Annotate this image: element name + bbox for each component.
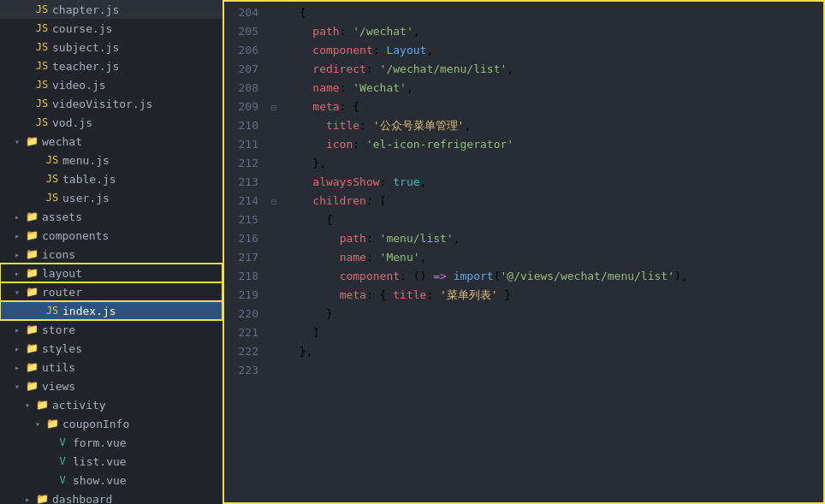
sidebar-item-course-js[interactable]: ▸JScourse.js: [0, 19, 223, 38]
item-label: styles: [42, 342, 82, 355]
js-icon: JS: [45, 192, 60, 204]
folder-icon: 📁: [24, 267, 39, 279]
item-label: videoVisitor.js: [52, 98, 152, 110]
sidebar-item-assets-folder[interactable]: 📁assets: [0, 207, 223, 226]
sidebar-item-form-vue[interactable]: ▸Vform.vue: [0, 433, 223, 452]
sidebar-item-couponinfo-folder[interactable]: 📁couponInfo: [0, 414, 223, 433]
line-number: 222: [223, 342, 258, 361]
line-number: 210: [223, 116, 258, 135]
line-number: 207: [223, 60, 258, 79]
line-number: 221: [223, 323, 258, 342]
code-line: children: [: [282, 192, 825, 210]
sidebar-item-teacher-js[interactable]: ▸JSteacher.js: [0, 56, 223, 75]
arrow-icon: [21, 495, 34, 504]
item-label: layout: [42, 267, 82, 280]
folder-icon: 📁: [24, 286, 39, 298]
folder-icon: 📁: [24, 135, 39, 147]
sidebar-item-views-folder[interactable]: 📁views: [0, 377, 223, 395]
sidebar-item-videovisitor-js[interactable]: ▸JSvideoVisitor.js: [0, 94, 223, 113]
sidebar-item-layout-folder[interactable]: 📁layout: [0, 264, 223, 282]
code-line: {: [282, 3, 825, 22]
line-number: 206: [223, 41, 258, 60]
js-icon: JS: [34, 3, 50, 15]
line-marker: [265, 305, 282, 323]
folder-icon: 📁: [34, 493, 50, 504]
item-label: show.vue: [73, 474, 127, 487]
folder-icon: 📁: [45, 418, 60, 430]
sidebar-item-show-vue[interactable]: ▸Vshow.vue: [0, 471, 223, 489]
sidebar-item-video-js[interactable]: ▸JSvideo.js: [0, 75, 223, 94]
line-marker: [265, 192, 282, 210]
line-number: 214: [223, 192, 258, 210]
item-label: table.js: [62, 173, 116, 186]
sidebar-item-list-vue[interactable]: ▸Vlist.vue: [0, 452, 223, 471]
js-icon: JS: [34, 98, 50, 110]
item-label: icons: [42, 248, 75, 261]
line-marker: [265, 210, 282, 229]
line-number: 220: [223, 305, 258, 323]
item-label: assets: [42, 210, 82, 223]
sidebar-item-subject-js[interactable]: ▸JSsubject.js: [0, 38, 223, 56]
file-tree[interactable]: ▸JSchapter.js▸JScourse.js▸JSsubject.js▸J…: [0, 0, 223, 504]
folder-icon: 📁: [24, 323, 39, 335]
js-icon: JS: [34, 116, 50, 128]
sidebar-item-index-js[interactable]: ▸JSindex.js: [0, 301, 223, 320]
sidebar-item-utils-folder[interactable]: 📁utils: [0, 358, 223, 377]
line-marker: [265, 267, 282, 286]
arrow-icon: [10, 250, 24, 259]
item-label: user.js: [62, 192, 110, 205]
line-number: 205: [223, 22, 258, 41]
line-number: 211: [223, 135, 258, 154]
item-label: wechat: [42, 135, 82, 148]
code-line: alwaysShow: true,: [282, 173, 825, 192]
sidebar-item-table-js[interactable]: ▸JStable.js: [0, 169, 223, 188]
sidebar-item-dashboard-folder[interactable]: 📁dashboard: [0, 489, 223, 504]
sidebar-item-menu-js[interactable]: ▸JSmenu.js: [0, 151, 223, 169]
line-marker: [265, 135, 282, 154]
folder-icon: 📁: [24, 229, 39, 241]
folder-icon: 📁: [24, 380, 39, 392]
item-label: subject.js: [52, 41, 119, 54]
code-line: title: '公众号菜单管理',: [282, 116, 825, 135]
js-icon: JS: [45, 305, 60, 317]
line-marker: [265, 79, 282, 98]
line-marker: [265, 342, 282, 361]
line-marker: [265, 116, 282, 135]
code-line: meta: {: [282, 98, 825, 116]
item-label: list.vue: [73, 455, 127, 468]
js-icon: JS: [34, 60, 50, 72]
sidebar-item-components-folder[interactable]: 📁components: [0, 226, 223, 245]
folder-icon: 📁: [24, 342, 39, 354]
code-editor: 2042052062072082092102112122132142152162…: [223, 0, 825, 504]
sidebar-item-styles-folder[interactable]: 📁styles: [0, 339, 223, 358]
code-line: },: [282, 342, 825, 361]
code-line: icon: 'el-icon-refrigerator': [282, 135, 825, 154]
arrow-icon: [10, 137, 24, 146]
item-label: chapter.js: [52, 3, 119, 16]
sidebar-item-router-folder[interactable]: 📁router: [0, 282, 223, 301]
sidebar-item-icons-folder[interactable]: 📁icons: [0, 245, 223, 264]
arrow-icon: [10, 231, 24, 240]
js-icon: JS: [34, 41, 50, 53]
line-number: 217: [223, 248, 258, 267]
line-marker: [265, 173, 282, 192]
sidebar-item-chapter-js[interactable]: ▸JSchapter.js: [0, 0, 223, 19]
sidebar-item-activity-folder[interactable]: 📁activity: [0, 395, 223, 414]
folder-icon: 📁: [24, 248, 39, 260]
sidebar-item-store-folder[interactable]: 📁store: [0, 320, 223, 339]
sidebar-item-vod-js[interactable]: ▸JSvod.js: [0, 113, 223, 132]
code-line: },: [282, 154, 825, 173]
item-label: form.vue: [73, 436, 127, 449]
folder-icon: 📁: [24, 361, 39, 373]
line-marker: [265, 229, 282, 248]
sidebar-item-user-js[interactable]: ▸JSuser.js: [0, 188, 223, 207]
item-label: teacher.js: [52, 60, 119, 73]
sidebar-item-wechat-folder[interactable]: 📁wechat: [0, 132, 223, 151]
code-line: path: '/wechat',: [282, 22, 825, 41]
vue-icon: V: [55, 436, 70, 448]
code-line: }: [282, 305, 825, 323]
line-marker: [265, 3, 282, 22]
arrow-icon: [10, 344, 24, 353]
line-marker: [265, 41, 282, 60]
js-icon: JS: [34, 22, 50, 34]
